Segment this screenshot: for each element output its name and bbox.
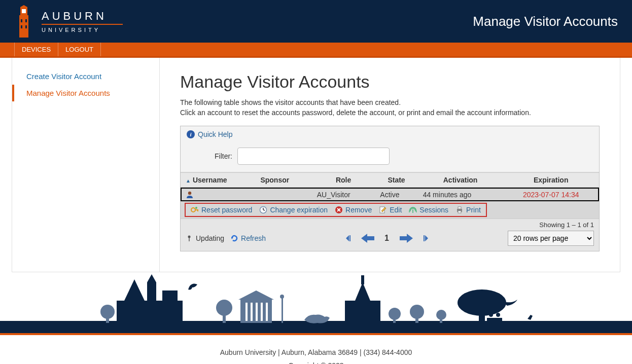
sidebar-create-visitor[interactable]: Create Visitor Account	[12, 68, 159, 85]
svg-rect-23	[458, 211, 461, 213]
refresh-label: Refresh	[241, 234, 266, 242]
svg-point-69	[489, 313, 493, 317]
action-reset-label: Reset password	[201, 206, 252, 214]
col-expiration[interactable]: Expiration	[503, 173, 599, 188]
page-last-button[interactable]	[421, 234, 430, 243]
col-activation[interactable]: Activation	[418, 173, 503, 188]
footer-text: Auburn University | Auburn, Alabama 3684…	[0, 335, 632, 364]
svg-rect-36	[117, 301, 183, 323]
sessions-icon	[409, 206, 417, 214]
svg-point-8	[188, 192, 191, 195]
col-username[interactable]: ▲Username	[181, 173, 255, 188]
brand-sub: UNIVERSITY	[42, 27, 123, 33]
action-remove[interactable]: Remove	[335, 206, 372, 214]
brand-name: AUBURN	[42, 10, 123, 23]
top-nav: DEVICES LOGOUT	[0, 43, 632, 58]
page-description: The following table shows the visitor ac…	[180, 98, 600, 118]
brand-underline	[42, 24, 123, 25]
svg-rect-67	[479, 310, 485, 323]
brand-logo: AUBURN UNIVERSITY	[14, 5, 123, 38]
page-desc-line2: Click an account to reset the accounts p…	[180, 108, 531, 117]
svg-rect-54	[266, 303, 268, 321]
showing-count: Showing 1 – 1 of 1	[181, 219, 599, 229]
svg-rect-22	[458, 207, 461, 209]
cell-sponsor	[255, 188, 311, 202]
svg-marker-33	[425, 235, 428, 241]
refresh-button[interactable]: Refresh	[230, 234, 266, 242]
page-first-button[interactable]	[344, 234, 353, 243]
svg-rect-6	[25, 25, 27, 28]
quick-help-link[interactable]: i Quick Help	[181, 126, 599, 142]
quick-help-label: Quick Help	[198, 130, 232, 138]
nav-logout[interactable]: LOGOUT	[58, 43, 101, 56]
table-row[interactable]: AU_Visitor Active 44 minutes ago 2023-07…	[181, 188, 599, 202]
svg-marker-37	[124, 279, 145, 301]
page-next-button[interactable]	[399, 232, 414, 245]
svg-rect-34	[424, 235, 425, 241]
footer-address: Auburn University | Auburn, Alabama 3684…	[0, 346, 632, 359]
action-sessions-label: Sessions	[419, 206, 448, 214]
svg-rect-57	[345, 301, 380, 323]
svg-rect-3	[21, 19, 22, 22]
action-edit[interactable]: Edit	[379, 206, 402, 214]
svg-marker-45	[238, 290, 274, 300]
action-sessions[interactable]: Sessions	[409, 206, 448, 214]
refresh-icon	[230, 234, 238, 242]
svg-point-70	[496, 313, 500, 317]
action-reset-password[interactable]: Reset password	[191, 206, 252, 214]
filter-input[interactable]	[237, 148, 390, 165]
footer-copyright: Copyright © 2023	[0, 359, 632, 364]
svg-marker-26	[231, 237, 233, 239]
sidebar-manage-visitors[interactable]: Manage Visitor Accounts	[12, 85, 159, 101]
updating-status: Updating Refresh	[186, 234, 266, 242]
svg-rect-0	[19, 15, 28, 38]
svg-rect-42	[106, 316, 109, 323]
col-state[interactable]: State	[375, 173, 417, 188]
user-icon	[186, 191, 194, 199]
svg-rect-51	[251, 303, 253, 321]
svg-marker-58	[355, 282, 370, 301]
svg-rect-59	[361, 275, 364, 284]
page-title: Manage Visitor Accounts	[180, 72, 600, 92]
svg-marker-2	[20, 5, 27, 7]
action-change-expiration[interactable]: Change expiration	[259, 206, 328, 214]
svg-rect-4	[25, 19, 27, 22]
footer-silhouette	[0, 272, 632, 333]
key-icon	[191, 206, 199, 214]
svg-point-24	[188, 236, 191, 238]
action-edit-label: Edit	[390, 206, 402, 214]
remove-icon	[335, 206, 343, 214]
svg-point-9	[191, 208, 195, 212]
svg-rect-7	[22, 9, 26, 13]
filter-row: Filter:	[181, 142, 599, 172]
action-print[interactable]: Print	[455, 206, 481, 214]
col-role[interactable]: Role	[312, 173, 375, 188]
sidebar: Create Visitor Account Manage Visitor Ac…	[12, 58, 160, 272]
svg-rect-50	[245, 303, 248, 321]
cell-activation: 44 minutes ago	[418, 188, 503, 202]
svg-rect-5	[21, 25, 22, 28]
action-change-label: Change expiration	[270, 206, 328, 214]
rows-per-page-select[interactable]: 20 rows per page	[508, 231, 594, 246]
page-number: 1	[382, 234, 392, 243]
header-title: Manage Visitor Accounts	[473, 14, 618, 29]
svg-rect-28	[349, 235, 350, 241]
svg-point-12	[195, 207, 197, 209]
page-prev-button[interactable]	[360, 232, 375, 245]
row-actions: Reset password Change expiration Remove	[181, 201, 599, 219]
col-sponsor[interactable]: Sponsor	[255, 173, 311, 188]
nav-devices[interactable]: DEVICES	[14, 43, 58, 56]
accounts-panel: i Quick Help Filter: ▲Username Sponsor R…	[180, 126, 600, 251]
sort-asc-icon: ▲	[186, 178, 191, 184]
svg-rect-44	[223, 313, 226, 323]
svg-line-15	[263, 210, 265, 210]
col-username-label: Username	[193, 176, 227, 184]
svg-marker-27	[346, 235, 349, 241]
clock-icon	[259, 206, 267, 214]
accounts-table: ▲Username Sponsor Role State Activation …	[181, 172, 599, 219]
page-desc-line1: The following table shows the visitor ac…	[180, 98, 401, 106]
svg-rect-30	[366, 236, 374, 240]
main-content: Manage Visitor Accounts The following ta…	[160, 58, 620, 272]
svg-rect-61	[393, 317, 396, 323]
info-icon: i	[187, 130, 195, 138]
